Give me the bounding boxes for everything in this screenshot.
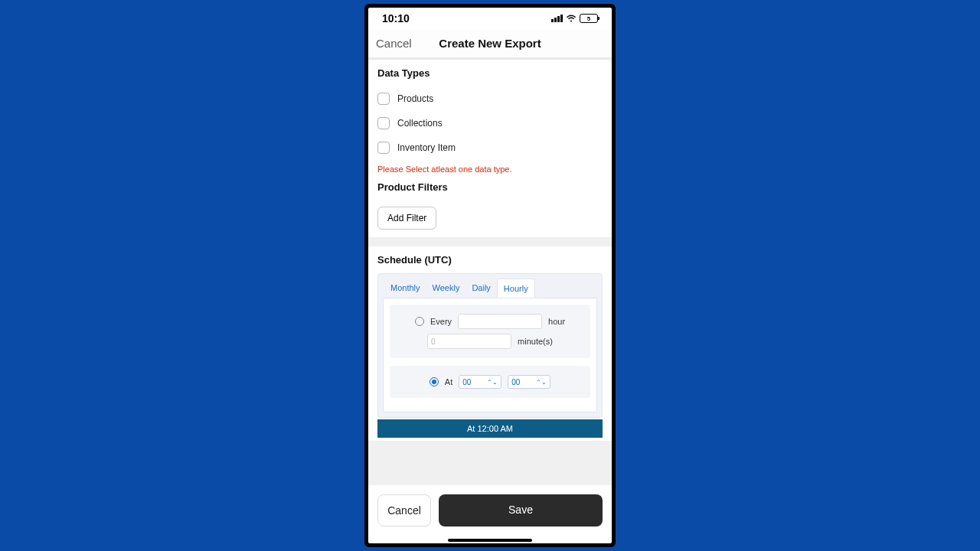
phone-frame: 10:10 5 Cancel Create New Export Data Ty… (364, 4, 616, 547)
cellular-icon (551, 15, 563, 22)
at-hour-select[interactable]: 00 ⌃⌄ (459, 375, 501, 389)
tab-body: Every hour 0 minute(s) (383, 298, 597, 412)
at-label: At (445, 377, 452, 386)
tab-monthly[interactable]: Monthly (384, 279, 426, 298)
status-right: 5 (551, 14, 598, 23)
every-minute-input[interactable]: 0 (427, 334, 511, 349)
at-minute-select[interactable]: 00 ⌃⌄ (508, 375, 550, 389)
data-types-title: Data Types (377, 67, 603, 79)
product-filters-title: Product Filters (377, 181, 603, 193)
checkbox-row-collections[interactable]: Collections (377, 111, 603, 135)
checkbox-row-products[interactable]: Products (377, 86, 603, 111)
cancel-button[interactable]: Cancel (377, 494, 431, 527)
checkbox-label: Collections (397, 118, 443, 129)
tab-hourly[interactable]: Hourly (497, 279, 535, 298)
chevron-updown-icon: ⌃⌄ (487, 379, 498, 386)
schedule-section: Schedule (UTC) Monthly Weekly Daily Hour… (368, 246, 612, 441)
checkbox-products[interactable] (377, 93, 390, 105)
schedule-summary: At 12:00 AM (377, 419, 603, 438)
tab-daily[interactable]: Daily (466, 279, 496, 298)
add-filter-button[interactable]: Add Filter (377, 207, 436, 230)
data-types-section: Data Types Products Collections Inventor… (368, 60, 612, 237)
home-indicator[interactable] (448, 539, 532, 542)
save-button[interactable]: Save (439, 494, 603, 527)
checkbox-collections[interactable] (377, 117, 390, 129)
battery-level: 5 (587, 15, 590, 22)
option-at: At 00 ⌃⌄ 00 ⌃⌄ (390, 366, 590, 398)
schedule-box: Monthly Weekly Daily Hourly Every hour (377, 273, 603, 418)
validation-error: Please Select atleast one data type. (377, 165, 603, 174)
status-time: 10:10 (382, 12, 410, 24)
footer: Cancel Save (368, 485, 612, 536)
status-bar: 10:10 5 (368, 8, 612, 29)
checkbox-row-inventory[interactable]: Inventory Item (377, 135, 603, 160)
schedule-tabs: Monthly Weekly Daily Hourly (378, 274, 602, 298)
nav-cancel-button[interactable]: Cancel (376, 37, 412, 50)
radio-every[interactable] (415, 317, 424, 326)
chevron-updown-icon: ⌃⌄ (536, 379, 547, 386)
battery-icon: 5 (580, 14, 598, 23)
screen: 10:10 5 Cancel Create New Export Data Ty… (368, 8, 612, 543)
nav-bar: Cancel Create New Export (368, 29, 612, 58)
every-hour-input[interactable] (458, 314, 542, 329)
schedule-title: Schedule (UTC) (377, 254, 603, 266)
every-hour-unit: hour (548, 317, 565, 326)
every-minute-unit: minute(s) (518, 337, 553, 346)
content: Data Types Products Collections Inventor… (368, 60, 612, 485)
option-every: Every hour 0 minute(s) (390, 305, 590, 358)
tab-weekly[interactable]: Weekly (426, 279, 466, 298)
wifi-icon (566, 15, 577, 22)
checkbox-label: Products (397, 93, 433, 104)
every-label: Every (430, 317, 452, 326)
checkbox-inventory[interactable] (377, 142, 390, 154)
checkbox-label: Inventory Item (397, 142, 456, 153)
radio-at[interactable] (430, 377, 439, 386)
